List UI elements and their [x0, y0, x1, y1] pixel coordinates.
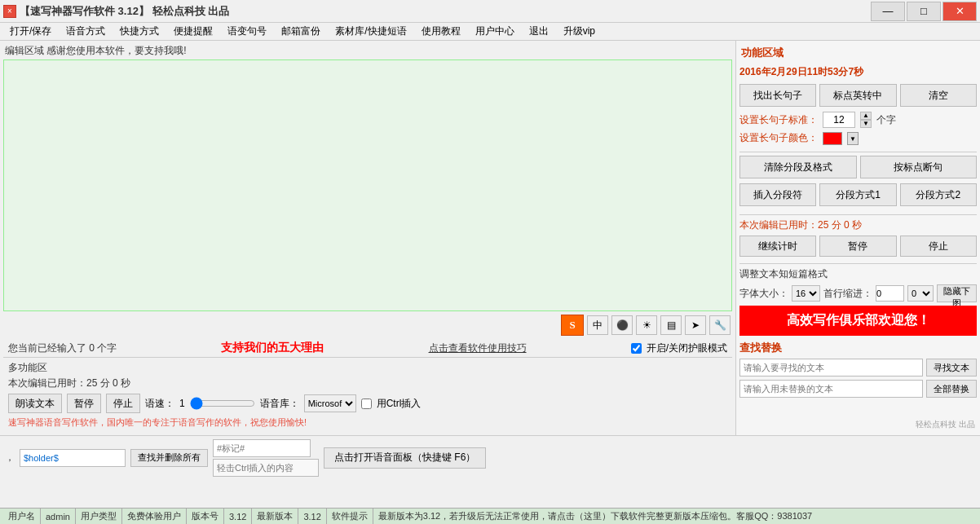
- minimize-button[interactable]: —: [871, 2, 905, 21]
- insert-hint-input: [213, 459, 319, 477]
- status-username-label: 用户名: [3, 509, 41, 524]
- dot-icon[interactable]: ⚫: [611, 315, 633, 335]
- close-window-button[interactable]: ✕: [942, 2, 977, 21]
- watermark-area: 轻松点科技 出品: [739, 417, 977, 432]
- menu-exit[interactable]: 退出: [523, 23, 555, 40]
- editor-textarea[interactable]: [3, 59, 732, 311]
- paragraph-mode1-button[interactable]: 分段方式1: [819, 183, 896, 206]
- paragraph-mode2-button[interactable]: 分段方式2: [900, 183, 977, 206]
- long-sentence-color-label: 设置长句子颜色：: [739, 131, 818, 145]
- menu-bar: 打开/保存 语音方式 快捷方式 便捷提醒 语变句号 邮箱富份 素材库/快捷短语 …: [0, 23, 980, 41]
- speed-slider[interactable]: [190, 397, 255, 410]
- menu-material[interactable]: 素材库/快捷短语: [329, 23, 413, 40]
- title-bar: × 【速写神器写作软件 3.12】 轻松点科技 出品 — □ ✕: [0, 0, 980, 23]
- mark-english-button[interactable]: 标点英转中: [819, 84, 896, 107]
- font-size-label: 字体大小：: [739, 287, 788, 301]
- banner-text: 高效写作俱乐部欢迎您！: [787, 313, 930, 327]
- status-latest-label: 最新版本: [252, 509, 298, 524]
- menu-open-save[interactable]: 打开/保存: [3, 23, 58, 40]
- bottom-info: 您当前已经输入了 0 个字 支持我们的五大理由 点击查看软件使用技巧 开启/关闭…: [3, 339, 732, 357]
- right-panel: 功能区域 2016年2月29日11时53分7秒 找出长句子 标点英转中 清空 设…: [735, 41, 980, 435]
- menu-user-center[interactable]: 用户中心: [469, 23, 521, 40]
- red-info-text: 速写神器语音写作软件，国内唯一的专注于语音写作的软件，祝您使用愉快!: [8, 417, 307, 427]
- format-title: 调整文本知短篇格式: [739, 267, 828, 281]
- arrow-icon[interactable]: ➤: [685, 315, 706, 335]
- menu-shortcut-mode[interactable]: 快捷方式: [113, 23, 166, 40]
- editor-label: 编辑区域 感谢您使用本软件，要支持我哦!: [3, 44, 732, 58]
- window-controls: — □ ✕: [871, 2, 977, 21]
- status-bar: 用户名 admin 用户类型 免费体验用户 版本号 3.12 最新版本 3.12…: [0, 508, 980, 524]
- app-icon-close[interactable]: ×: [3, 5, 16, 18]
- chinese-icon[interactable]: 中: [587, 315, 608, 335]
- status-usertype-value: 免费体验用户: [122, 509, 187, 524]
- spinner-buttons: ▲ ▼: [860, 112, 872, 128]
- clear-button[interactable]: 清空: [900, 84, 977, 107]
- holder-input[interactable]: [20, 449, 126, 467]
- grid-icon[interactable]: ▤: [660, 315, 682, 335]
- search-input[interactable]: [739, 359, 923, 376]
- delete-all-button[interactable]: 查找并删除所有: [130, 449, 208, 467]
- pause-timer-button[interactable]: 暂停: [819, 236, 896, 257]
- func-btn-row-2: 清除分段及格式 按标点断句: [739, 156, 977, 178]
- sougou-icon[interactable]: S: [561, 315, 584, 336]
- comma-separator: ，: [5, 451, 15, 465]
- datetime-display: 2016年2月29日11时53分7秒: [739, 65, 977, 79]
- sun-icon[interactable]: ☀: [636, 315, 657, 335]
- color-box[interactable]: [823, 132, 842, 145]
- hide-down-button[interactable]: 隐藏下图: [937, 284, 977, 302]
- status-usertype-label: 用户类型: [76, 509, 122, 524]
- extract-long-sentence-button[interactable]: 找出长句子: [739, 84, 816, 107]
- func-btn-row-3: 插入分段符 分段方式1 分段方式2: [739, 183, 977, 206]
- left-panel: 编辑区域 感谢您使用本软件，要支持我哦! S 中 ⚫ ☀ ▤ ➤ 🔧 您当前已经…: [0, 41, 735, 435]
- status-version-value: 3.12: [224, 509, 252, 524]
- ctrl-insert-checkbox[interactable]: [361, 399, 372, 409]
- search-section: 查找替换 寻找文本 全部替换: [739, 341, 977, 401]
- lib-select[interactable]: Microsof: [304, 394, 356, 412]
- multi-func-label: 多功能区: [8, 361, 727, 375]
- spin-up-button[interactable]: ▲: [860, 112, 872, 120]
- replace-input[interactable]: [739, 380, 923, 398]
- tag-ctrl-col: [213, 439, 319, 477]
- menu-lang-punct[interactable]: 语变句号: [221, 23, 273, 40]
- spin-down-button[interactable]: ▼: [860, 120, 872, 128]
- editor-toolbar: S 中 ⚫ ☀ ▤ ➤ 🔧: [3, 311, 732, 339]
- pause-read-button[interactable]: 暂停: [67, 394, 101, 413]
- watermark-text: 轻松点科技 出品: [916, 419, 975, 430]
- tag-input[interactable]: [213, 439, 311, 457]
- indent-input[interactable]: [876, 285, 904, 302]
- menu-upgrade-vip[interactable]: 升级vip: [557, 23, 602, 40]
- indent-select[interactable]: 0 2: [907, 285, 934, 302]
- clear-paragraph-button[interactable]: 清除分段及格式: [739, 156, 857, 178]
- speed-label: 语速：: [145, 397, 174, 411]
- replace-all-btn[interactable]: 全部替换: [926, 380, 977, 398]
- stop-timer-button[interactable]: 停止: [900, 236, 977, 257]
- open-panel-button[interactable]: 点击打开语音面板（快捷键 F6）: [324, 447, 486, 469]
- menu-reminder[interactable]: 便捷提醒: [167, 23, 219, 40]
- wrench-icon[interactable]: 🔧: [709, 315, 731, 335]
- long-sentence-standard-row: 设置长句子标准： ▲ ▼ 个字: [739, 112, 977, 128]
- color-dropdown[interactable]: ▼: [847, 132, 859, 145]
- status-username-value: admin: [41, 509, 76, 524]
- search-btn[interactable]: 寻找文本: [926, 359, 977, 376]
- maximize-button[interactable]: □: [907, 2, 941, 21]
- support-link[interactable]: 支持我们的五大理由: [221, 341, 324, 355]
- continue-timer-button[interactable]: 继续计时: [739, 236, 816, 257]
- menu-voice-mode[interactable]: 语音方式: [60, 23, 112, 40]
- title-bar-left: × 【速写神器写作软件 3.12】 轻松点科技 出品: [3, 4, 229, 19]
- divider-3: [739, 263, 977, 264]
- read-text-button[interactable]: 朗读文本: [8, 394, 62, 413]
- multi-func-area: 多功能区 本次编辑已用时：25 分 0 秒 朗读文本 暂停 停止 语速： 1 语…: [3, 357, 732, 432]
- font-size-select[interactable]: 16 14 18: [792, 285, 820, 302]
- view-tips-link[interactable]: 点击查看软件使用技巧: [429, 341, 527, 355]
- func-btn-row-1: 找出长句子 标点英转中 清空: [739, 84, 977, 107]
- eye-mode-checkbox[interactable]: [631, 343, 642, 354]
- menu-email[interactable]: 邮箱富份: [275, 23, 327, 40]
- indent-label: 首行缩进：: [823, 287, 872, 301]
- menu-tutorial[interactable]: 使用教程: [415, 23, 467, 40]
- lower-area: ， 查找并删除所有 点击打开语音面板（快捷键 F6）: [0, 435, 980, 479]
- stop-read-button[interactable]: 停止: [106, 394, 140, 413]
- long-sentence-value-input[interactable]: [823, 112, 855, 128]
- status-latest-value: 3.12: [298, 509, 326, 524]
- mark-punctuation-button[interactable]: 按标点断句: [860, 156, 978, 178]
- insert-paragraph-button[interactable]: 插入分段符: [739, 183, 816, 206]
